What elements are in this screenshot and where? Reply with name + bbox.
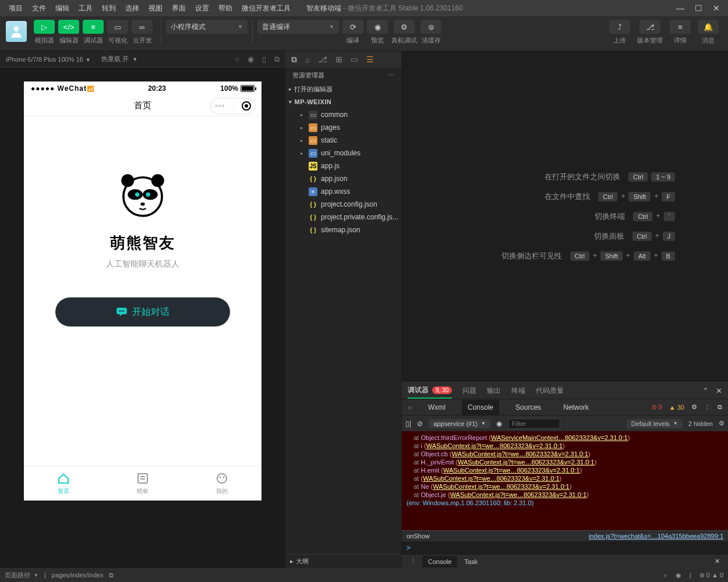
tool-button[interactable]: ∞ xyxy=(132,20,153,34)
right-button[interactable]: ⎇ xyxy=(639,20,660,34)
close-drawer-icon[interactable]: ✕ xyxy=(710,555,725,567)
dock-icon[interactable]: ⧉ xyxy=(718,403,722,411)
action-button[interactable]: ⊜ xyxy=(420,20,441,34)
maximize-icon[interactable]: ☐ xyxy=(695,3,702,13)
file-item[interactable]: { }project.config.json xyxy=(285,198,401,211)
right-button[interactable]: ≡ xyxy=(670,20,691,34)
menu-item[interactable]: 项目 xyxy=(5,1,27,16)
start-chat-button[interactable]: 开始对话 xyxy=(55,297,230,327)
file-item[interactable]: ▸▭static xyxy=(285,134,401,147)
close-panel-icon[interactable]: ✕ xyxy=(716,386,722,395)
devtools-tab[interactable]: Wxml xyxy=(422,400,451,415)
explorer-section[interactable]: ▸打开的编辑器 xyxy=(285,83,401,95)
close-icon[interactable]: ✕ xyxy=(713,3,720,13)
menu-item[interactable]: 文件 xyxy=(28,1,50,16)
outline-section[interactable]: ▸大纲 xyxy=(285,554,401,568)
right-button[interactable]: ⤴ xyxy=(609,20,630,34)
tool-button[interactable]: ≡ xyxy=(83,20,104,34)
copy-icon[interactable]: ⧉ xyxy=(274,55,280,64)
kebab-icon[interactable]: ⋮ xyxy=(704,403,711,411)
file-item[interactable]: ▸▭common xyxy=(285,108,401,121)
action-button[interactable]: ◉ xyxy=(367,20,388,34)
device-icon[interactable]: ▯ xyxy=(262,55,266,64)
devtools-tab[interactable]: Console xyxy=(462,400,499,415)
explorer-section[interactable]: ▾MP-WEIXIN xyxy=(285,95,401,108)
avatar[interactable] xyxy=(6,21,27,42)
tabbar-item[interactable]: 模板 xyxy=(103,466,182,501)
device-selector[interactable]: iPhone 6/7/8 Plus 100% 16▼ xyxy=(6,56,91,63)
file-item[interactable]: { }app.json xyxy=(285,172,401,185)
sidebar-toggle-icon[interactable]: ▯| xyxy=(405,420,411,428)
gear-icon[interactable]: ⚙ xyxy=(691,403,697,411)
tool-button[interactable]: </> xyxy=(58,20,79,34)
mode-dropdown[interactable]: 小程序模式▼ xyxy=(166,20,248,34)
status-errors[interactable]: ⊗ 0 ▲ 0 xyxy=(699,572,723,579)
hot-reload-toggle[interactable]: 热重载 开 ▼ xyxy=(101,55,137,63)
capsule-button[interactable]: ••• xyxy=(210,98,256,114)
menu-item[interactable]: 转到 xyxy=(98,1,120,16)
menu-item[interactable]: 微信开发者工具 xyxy=(238,1,295,16)
context-dropdown[interactable]: appservice (#1)▼ xyxy=(429,419,490,428)
run-icon[interactable]: ▭ xyxy=(351,55,358,64)
file-item[interactable]: JSapp.js xyxy=(285,159,401,172)
svg-point-4 xyxy=(128,189,143,200)
debugger-tab[interactable]: 终端 xyxy=(511,386,525,396)
menu-icon[interactable]: ••• xyxy=(215,101,225,111)
menu-item[interactable]: 编辑 xyxy=(51,1,73,16)
right-button[interactable]: 🔔 xyxy=(698,20,719,34)
action-button[interactable]: ⟳ xyxy=(342,20,363,34)
levels-dropdown[interactable]: Default levels ▼ xyxy=(627,419,683,428)
action-button[interactable]: ⚙ xyxy=(394,20,415,34)
tabbar-item[interactable]: 首页 xyxy=(24,466,103,501)
filter-input[interactable] xyxy=(508,418,560,429)
devtools-tab[interactable]: Network xyxy=(557,400,595,415)
file-item[interactable]: ▸▭uni_modules xyxy=(285,147,401,159)
svg-point-8 xyxy=(140,203,144,206)
file-item[interactable]: { }project.private.config.js... xyxy=(285,211,401,223)
minimize-icon[interactable]: ― xyxy=(676,3,684,13)
debugger-tab[interactable]: 调试器 9, 30 xyxy=(408,385,452,399)
console-prompt[interactable]: > xyxy=(402,541,728,554)
debugger-tab[interactable]: 代码质量 xyxy=(536,386,564,396)
menu-item[interactable]: 工具 xyxy=(75,1,97,16)
more-actions-icon[interactable]: ⋯ xyxy=(388,72,394,79)
page-path[interactable]: 页面路径 ▼ xyxy=(5,571,38,580)
hidden-count[interactable]: 2 hidden xyxy=(688,420,713,427)
warn-count[interactable]: ▲ 30 xyxy=(669,404,684,411)
inspect-icon[interactable]: ⟐ xyxy=(408,403,412,411)
close-ring-icon[interactable] xyxy=(242,101,251,111)
menu-item[interactable]: 选择 xyxy=(121,1,143,16)
more-icon[interactable]: ☰ xyxy=(366,55,374,64)
debugger-tab[interactable]: 问题 xyxy=(462,386,476,396)
debugger-tab[interactable]: 输出 xyxy=(487,386,501,396)
git-icon[interactable]: ⎇ xyxy=(318,55,327,64)
menu-item[interactable]: 设置 xyxy=(191,1,213,16)
target-icon[interactable]: ◉ xyxy=(248,55,254,64)
menu-item[interactable]: 帮助 xyxy=(214,1,236,16)
search-icon[interactable]: ⌕ xyxy=(305,55,310,64)
menu-item[interactable]: 界面 xyxy=(168,1,190,16)
eye-icon[interactable]: ◉ xyxy=(676,572,681,579)
menu-item[interactable]: 视图 xyxy=(144,1,167,16)
copy-path-icon[interactable]: ⧉ xyxy=(109,572,114,579)
tool-button[interactable]: ▭ xyxy=(107,20,128,34)
drawer-icon[interactable]: ⋮ xyxy=(405,555,421,567)
tabbar-item[interactable]: 我的 xyxy=(182,466,261,501)
settings-icon[interactable]: ⚙ xyxy=(719,420,725,427)
bottom-tab[interactable]: Task xyxy=(458,556,483,567)
bottom-tab[interactable]: Console xyxy=(422,556,457,567)
eye-icon[interactable]: ◉ xyxy=(496,420,502,428)
tool-button[interactable]: ▷ xyxy=(34,20,55,34)
collapse-icon[interactable]: ⌃ xyxy=(702,386,709,395)
error-count[interactable]: ⊘ 9 xyxy=(652,403,662,411)
clear-icon[interactable]: ⊘ xyxy=(417,420,423,428)
files-icon[interactable]: ⧉ xyxy=(291,55,297,65)
ext-icon[interactable]: ⊞ xyxy=(335,55,342,64)
compile-dropdown[interactable]: 普通编译▼ xyxy=(257,20,339,34)
file-item[interactable]: ≡app.wxss xyxy=(285,185,401,198)
file-item[interactable]: { }sitemap.json xyxy=(285,223,401,236)
devtools-tab[interactable]: Sources xyxy=(510,400,547,415)
file-item[interactable]: ▸▭pages xyxy=(285,121,401,134)
scene-icon[interactable]: ⟐ xyxy=(663,572,667,579)
record-icon[interactable]: ○ xyxy=(235,55,239,64)
